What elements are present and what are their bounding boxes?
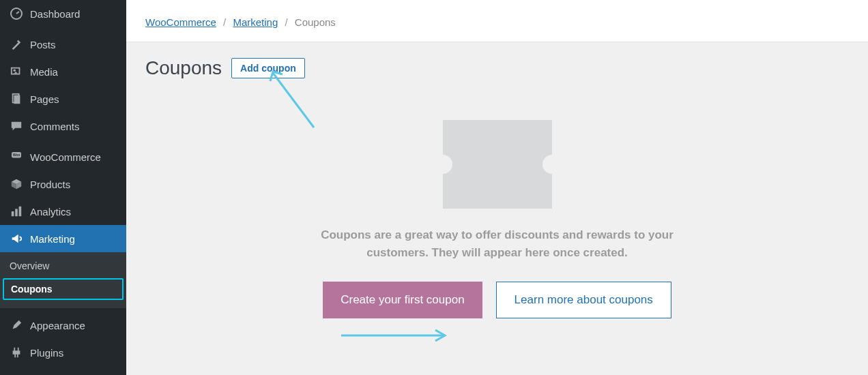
empty-state-text: Coupons are a great way to offer discoun… [293,226,702,261]
svg-rect-9 [15,209,18,216]
sidebar-item-woocommerce[interactable]: Woo WooCommerce [0,143,126,170]
sidebar-item-label: Products [30,179,70,190]
sidebar-item-comments[interactable]: Comments [0,112,126,140]
sidebar-item-label: Analytics [30,206,71,217]
sidebar-item-label: Appearance [30,320,85,331]
sidebar-item-label: WooCommerce [30,151,101,163]
woocommerce-icon: Woo [10,150,23,164]
annotation-arrow [341,325,450,348]
breadcrumb-woocommerce[interactable]: WooCommerce [145,16,216,28]
submenu-overview[interactable]: Overview [0,255,126,277]
svg-line-11 [273,73,314,127]
sidebar-item-label: Dashboard [30,8,80,20]
breadcrumb-sep: / [223,16,226,28]
breadcrumb-marketing[interactable]: Marketing [233,16,278,28]
sidebar-item-label: Media [30,66,58,78]
svg-point-3 [14,69,16,72]
breadcrumb-current: Coupons [295,16,336,28]
comment-icon [10,119,23,133]
sidebar-item-pages[interactable]: Pages [0,85,126,112]
marketing-icon [10,232,23,245]
sidebar-item-label: Comments [30,121,80,132]
submenu-coupons[interactable]: Coupons [3,278,124,300]
breadcrumb: WooCommerce / Marketing / Coupons [126,0,868,38]
svg-text:Woo: Woo [13,153,20,157]
sidebar-item-products[interactable]: Products [0,170,126,198]
svg-rect-5 [14,95,20,104]
sidebar-item-appearance[interactable]: Appearance [0,312,126,339]
page-title: Coupons [145,57,222,79]
sidebar-item-marketing[interactable]: Marketing [0,225,126,252]
analytics-icon [10,205,23,218]
appearance-icon [10,318,23,332]
media-icon [10,65,23,78]
sidebar-item-label: Pages [30,93,59,105]
add-coupon-button[interactable]: Add coupon [231,58,305,78]
plugins-icon [10,346,23,359]
dashboard-icon [10,7,23,20]
pages-icon [10,92,23,106]
sidebar-item-label: Posts [30,39,56,50]
sidebar-item-label: Marketing [30,233,75,245]
sidebar-item-dashboard[interactable]: Dashboard [0,0,126,27]
ticket-icon [443,120,552,209]
learn-more-coupons-button[interactable]: Learn more about coupons [496,282,671,318]
sidebar-item-media[interactable]: Media [0,58,126,85]
products-icon [10,177,23,191]
create-first-coupon-button[interactable]: Create your first coupon [323,282,482,318]
svg-rect-8 [12,211,14,216]
sidebar-item-posts[interactable]: Posts [0,31,126,58]
marketing-submenu: Overview Coupons [0,252,126,308]
svg-line-1 [16,12,19,14]
sidebar-item-label: Plugins [30,347,63,359]
empty-state: Coupons are a great way to offer discoun… [145,120,849,318]
pin-icon [10,38,23,51]
breadcrumb-sep: / [285,16,287,28]
svg-rect-10 [19,207,22,216]
admin-sidebar: Dashboard Posts Media Pages Comments Woo… [0,0,126,375]
main-content: WooCommerce / Marketing / Coupons Coupon… [126,0,868,375]
sidebar-item-analytics[interactable]: Analytics [0,198,126,225]
sidebar-item-plugins[interactable]: Plugins [0,339,126,366]
